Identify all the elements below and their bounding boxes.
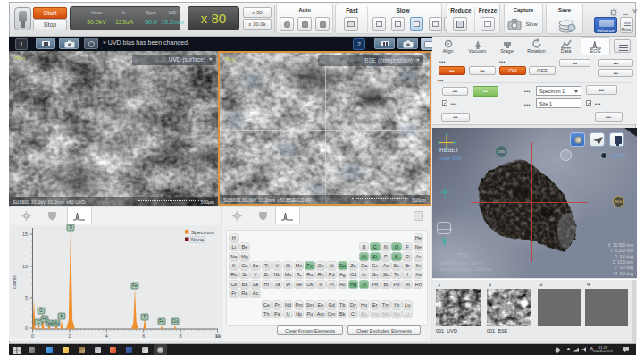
svg-text:Cu: Cu [172, 319, 178, 324]
svg-text:0: 0 [31, 333, 34, 339]
svg-text:Fe: Fe [132, 283, 138, 288]
svg-text:2: 2 [68, 333, 71, 339]
svg-text:Spectrum: Spectrum [191, 230, 214, 235]
svg-text:O: O [39, 308, 43, 313]
svg-text:counts: counts [12, 275, 17, 289]
svg-text:keV: keV [216, 333, 221, 339]
svg-text:Tl: Tl [143, 315, 146, 319]
svg-text:0: 0 [25, 325, 28, 331]
svg-text:10: 10 [22, 264, 28, 269]
svg-text:6: 6 [142, 333, 145, 339]
svg-text:5: 5 [25, 295, 28, 300]
svg-text:Tl: Tl [69, 225, 72, 230]
svg-text:4: 4 [105, 333, 108, 339]
svg-text:Mg: Mg [54, 321, 60, 325]
svg-text:15: 15 [22, 232, 28, 237]
svg-text:8: 8 [180, 333, 182, 339]
svg-text:Fe: Fe [159, 319, 164, 324]
svg-text:Al: Al [60, 314, 63, 318]
svg-text:Na: Na [46, 321, 52, 325]
svg-text:None: None [191, 237, 205, 242]
